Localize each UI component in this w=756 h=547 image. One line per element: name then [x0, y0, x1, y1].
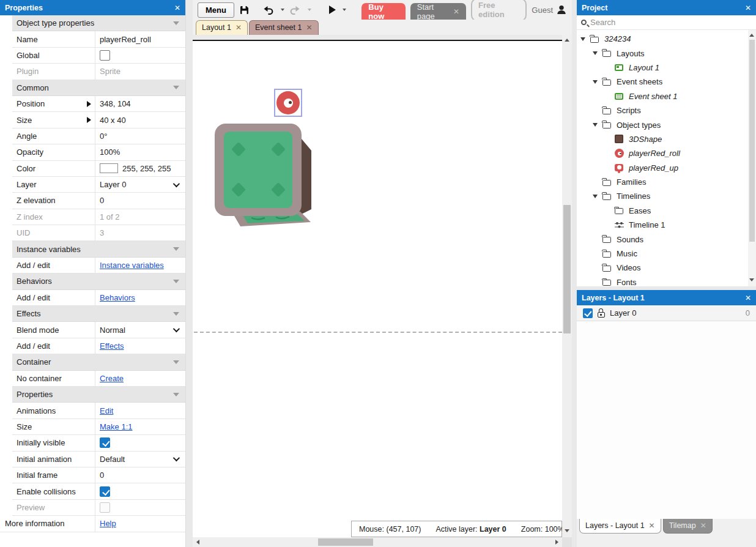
property-row[interactable]: Container [12, 354, 185, 370]
property-row[interactable]: Layer Layer 0 Layer 0 [12, 177, 185, 193]
project-tree-item[interactable]: Object types [577, 117, 756, 132]
property-link[interactable]: Behaviors [100, 293, 135, 302]
property-link[interactable]: Effects [100, 341, 124, 351]
save-button[interactable] [239, 5, 250, 15]
scroll-right-icon[interactable] [555, 540, 558, 545]
property-row[interactable]: Size 40 x 40 40 x 40 [12, 112, 185, 128]
property-row[interactable]: Name playerRed_roll playerRed_roll [12, 31, 185, 47]
close-icon[interactable] [174, 4, 180, 12]
project-tree-item[interactable]: Event sheet 1 [577, 89, 756, 103]
property-row[interactable]: Initially visible [12, 435, 185, 451]
color-swatch[interactable] [100, 163, 118, 173]
property-row[interactable]: Blend mode Normal Normal [12, 322, 185, 338]
checkbox[interactable] [100, 486, 110, 497]
tab-layout-1[interactable]: Layout 1 [196, 20, 248, 35]
section-collapse-icon[interactable] [173, 393, 179, 396]
property-row[interactable]: Instance variables [12, 241, 185, 257]
section-collapse-icon[interactable] [173, 86, 179, 89]
property-row[interactable]: Preview [12, 500, 185, 516]
checkbox[interactable] [100, 502, 110, 513]
close-icon[interactable] [745, 294, 751, 302]
lock-open-icon[interactable] [598, 312, 605, 318]
property-row[interactable]: Object type properties [12, 15, 185, 31]
panel-divider[interactable] [185, 0, 193, 547]
panel-divider[interactable] [572, 0, 577, 547]
property-link[interactable]: Instance variables [100, 261, 164, 270]
property-row[interactable]: Z index 1 of 2 1 of 2 [12, 209, 185, 225]
property-link[interactable]: Make 1:1 [100, 422, 132, 431]
redo-button[interactable] [289, 5, 301, 15]
project-tree-item[interactable]: Fonts [577, 275, 756, 286]
project-tree-item[interactable]: Families [577, 175, 756, 189]
property-row[interactable]: Position 348, 104 348, 104 [12, 96, 185, 112]
horizontal-scrollbar-thumb[interactable] [318, 538, 373, 546]
tree-expand-arrow-icon[interactable] [593, 51, 602, 55]
property-row[interactable]: Initial frame 0 0 [12, 467, 185, 483]
property-row[interactable]: No container Create Create [12, 371, 185, 387]
property-row[interactable]: Add / edit Behaviors Behaviors [12, 290, 185, 306]
project-tree-item[interactable]: Eases [577, 204, 756, 218]
property-row[interactable]: Angle 0° 0° [12, 128, 185, 144]
property-row[interactable]: Enable collisions [12, 483, 185, 499]
property-row[interactable]: Initial animation Default Default [12, 452, 185, 467]
property-link[interactable]: Help [100, 519, 116, 528]
project-tree-item[interactable]: Event sheets [577, 75, 756, 89]
scroll-down-icon[interactable] [749, 278, 754, 281]
property-link[interactable]: Edit [100, 406, 113, 415]
project-tree-item[interactable]: playerRed_roll [577, 146, 756, 160]
property-row[interactable]: Add / edit Instance variables Instance v… [12, 258, 185, 274]
project-tree-item[interactable]: 324234 [577, 32, 756, 46]
property-row[interactable]: Add / edit Effects Effects [12, 338, 185, 354]
section-collapse-icon[interactable] [173, 312, 179, 316]
tree-expand-arrow-icon[interactable] [593, 195, 602, 198]
property-row[interactable]: Opacity 100% 100% [12, 144, 185, 160]
dropdown-chevron-icon[interactable] [173, 326, 180, 332]
property-row[interactable]: Common [12, 80, 185, 96]
property-row[interactable]: Animations Edit Edit [12, 403, 185, 419]
project-tree-item[interactable]: Music [577, 247, 756, 261]
scroll-left-icon[interactable] [196, 540, 199, 545]
scroll-up-icon[interactable] [749, 34, 754, 37]
tree-scrollbar[interactable] [748, 30, 756, 286]
property-link[interactable]: Create [100, 374, 124, 383]
playerred-roll-sprite[interactable] [276, 91, 300, 114]
dropdown-chevron-icon[interactable] [173, 455, 180, 461]
project-tree-item[interactable]: Layouts [577, 46, 756, 60]
scroll-up-icon[interactable] [565, 39, 569, 42]
checkbox[interactable] [100, 50, 110, 61]
project-tree-item[interactable]: 3DShape [577, 132, 756, 146]
layout-canvas[interactable]: Mouse: (457, 107) Active layer: Layer 0 … [193, 35, 572, 537]
checkbox[interactable] [100, 437, 110, 448]
project-tree-item[interactable]: Videos [577, 261, 756, 275]
property-row[interactable]: Z elevation 0 0 [12, 193, 185, 209]
preview-button[interactable] [329, 6, 336, 14]
project-tree-item[interactable]: Scripts [577, 103, 756, 117]
tree-expand-arrow-icon[interactable] [593, 80, 602, 84]
property-row[interactable]: UID 3 3 [12, 225, 185, 241]
tree-scrollbar-thumb[interactable] [749, 40, 755, 242]
section-collapse-icon[interactable] [173, 247, 179, 251]
property-row[interactable]: More information Help Help [0, 516, 185, 532]
undo-dropdown-icon[interactable] [281, 9, 284, 11]
tab-event-sheet-1[interactable]: Event sheet 1 [249, 20, 319, 35]
tab-layers-layout-1[interactable]: Layers - Layout 1 [579, 519, 661, 534]
section-collapse-icon[interactable] [173, 21, 179, 25]
preview-dropdown-icon[interactable] [343, 9, 346, 11]
undo-button[interactable] [262, 5, 274, 15]
tab-tilemap[interactable]: Tilemap [663, 519, 713, 534]
tree-expand-arrow-icon[interactable] [593, 123, 602, 127]
property-row[interactable]: Plugin Sprite Sprite [12, 64, 185, 80]
expander-arrow-icon[interactable] [87, 117, 91, 123]
buy-now-button[interactable]: Buy now [361, 3, 405, 20]
redo-dropdown-icon[interactable] [308, 9, 311, 11]
selected-sprite-playerred-roll[interactable] [274, 89, 302, 117]
property-row[interactable]: Properties [12, 387, 185, 403]
close-icon[interactable] [745, 4, 751, 12]
dice-3dshape-sprite[interactable] [215, 124, 314, 228]
project-tree-item[interactable]: Timeline 1 [577, 218, 756, 232]
horizontal-scrollbar[interactable] [193, 537, 572, 547]
section-collapse-icon[interactable] [173, 280, 179, 283]
vertical-scrollbar-thumb[interactable] [563, 205, 571, 333]
expander-arrow-icon[interactable] [87, 101, 91, 107]
account-button[interactable]: Guest [532, 4, 567, 15]
